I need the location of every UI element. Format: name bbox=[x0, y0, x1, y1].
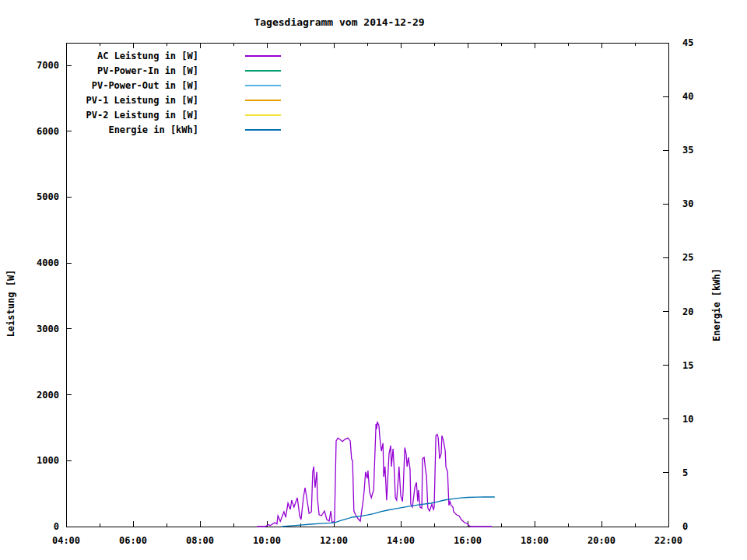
legend-label: PV-2 Leistung in [W] bbox=[0, 110, 198, 121]
x-tick-label: 08:00 bbox=[186, 535, 214, 546]
x-tick-label: 06:00 bbox=[119, 535, 147, 546]
y-right-tick-label: 5 bbox=[682, 467, 688, 478]
legend-label: PV-Power-In in [W] bbox=[0, 65, 198, 76]
x-tick-label: 22:00 bbox=[654, 535, 682, 546]
legend-row: PV-Power-Out in [W] bbox=[0, 78, 281, 93]
legend-label: Energie in [kWh] bbox=[0, 124, 198, 135]
legend-row: PV-1 Leistung in [W] bbox=[0, 93, 281, 107]
x-tick-label: 12:00 bbox=[320, 535, 348, 546]
y-left-tick-label: 3000 bbox=[22, 324, 59, 334]
y-left-tick-label: 1000 bbox=[22, 455, 59, 466]
x-tick-label: 18:00 bbox=[521, 535, 549, 546]
legend-line-sample bbox=[245, 129, 281, 131]
y-left-tick-label: 0 bbox=[22, 521, 59, 532]
y-right-tick-label: 15 bbox=[682, 360, 693, 371]
legend-label: PV-1 Leistung in [W] bbox=[0, 95, 198, 106]
x-tick-label: 16:00 bbox=[454, 535, 482, 546]
x-tick-label: 04:00 bbox=[52, 535, 80, 546]
legend-line-sample bbox=[245, 55, 281, 57]
y-right-tick-label: 20 bbox=[682, 306, 693, 317]
legend: AC Leistung in [W] PV-Power-In in [W] PV… bbox=[0, 48, 281, 137]
chart-canvas: Tagesdiagramm vom 2014-12-29 Leistung [W… bbox=[0, 0, 747, 560]
x-tick-label: 10:00 bbox=[253, 535, 281, 546]
y-right-tick-label: 25 bbox=[682, 252, 693, 263]
legend-line-sample bbox=[245, 114, 281, 116]
x-tick-label: 20:00 bbox=[587, 535, 615, 546]
y-right-tick-label: 35 bbox=[682, 145, 693, 156]
legend-label: PV-Power-Out in [W] bbox=[0, 80, 198, 91]
legend-label: AC Leistung in [W] bbox=[0, 51, 198, 61]
y-left-tick-label: 5000 bbox=[22, 191, 59, 202]
legend-line-sample bbox=[245, 100, 281, 101]
y-right-tick-label: 45 bbox=[682, 37, 693, 48]
legend-row: PV-Power-In in [W] bbox=[0, 63, 281, 78]
y-left-tick-label: 4000 bbox=[22, 257, 59, 268]
y-right-tick-label: 0 bbox=[682, 521, 688, 532]
y-left-tick-label: 2000 bbox=[22, 390, 59, 401]
legend-row: AC Leistung in [W] bbox=[0, 48, 281, 63]
legend-row: Energie in [kWh] bbox=[0, 122, 281, 137]
y-right-tick-label: 40 bbox=[682, 91, 693, 102]
y-right-tick-label: 10 bbox=[682, 414, 693, 425]
series-line bbox=[282, 497, 495, 527]
legend-line-sample bbox=[245, 70, 281, 72]
legend-row: PV-2 Leistung in [W] bbox=[0, 107, 281, 122]
series-line bbox=[257, 422, 492, 527]
x-tick-label: 14:00 bbox=[387, 535, 415, 546]
y-right-tick-label: 30 bbox=[682, 198, 693, 209]
legend-line-sample bbox=[245, 85, 281, 86]
